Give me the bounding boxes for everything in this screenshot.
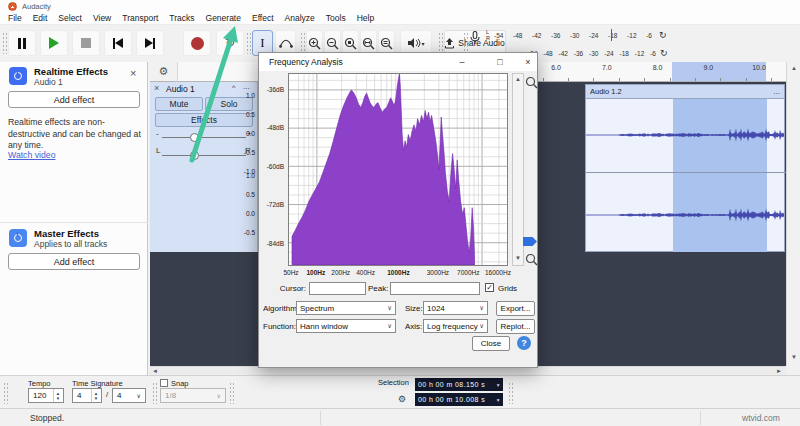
timesig-lower-dropdown[interactable]: 4 ∨ <box>112 388 146 403</box>
time-display-grip[interactable] <box>229 382 234 404</box>
db-axis-label: -84dB <box>259 224 286 263</box>
menu-item[interactable]: Transport <box>122 13 158 23</box>
selection-end-field[interactable]: 00 h 00 m 10.008 s ▾ <box>415 393 503 406</box>
pause-button[interactable] <box>8 30 36 56</box>
stop-icon <box>81 38 91 48</box>
skip-to-start-button[interactable] <box>104 30 132 56</box>
scroll-up-icon[interactable]: ▲ <box>791 65 797 71</box>
chevron-down-icon: ∨ <box>387 304 392 312</box>
track-effects-button[interactable]: Effects <box>155 113 253 127</box>
toolbar-grip[interactable] <box>2 32 7 54</box>
vertical-scrollbar[interactable]: ▲ ▼ <box>786 62 800 366</box>
plot-zoom-in-button[interactable] <box>525 75 538 88</box>
scroll-left-icon[interactable]: ◄ <box>152 368 158 374</box>
plot-zoom-out-button[interactable] <box>525 252 538 265</box>
timeline-tick <box>619 78 620 81</box>
tempo-spinner[interactable]: ▲▼ <box>53 389 62 402</box>
menu-item[interactable]: Tools <box>326 13 346 23</box>
audacity-window: Audacity FileEditSelectViewTransportTrac… <box>0 0 800 426</box>
timesig-divider: / <box>106 390 108 399</box>
spin-down-icon[interactable]: ▼ <box>94 396 98 401</box>
selection-end-value: 00 h 00 m 10.008 s <box>418 396 485 403</box>
timeline-options-button[interactable]: ⚙ <box>150 62 178 82</box>
playback-meter-refresh-icon[interactable]: ↻ <box>660 48 668 58</box>
export-button[interactable]: Export... <box>496 301 535 316</box>
pan-slider-knob[interactable] <box>190 151 199 160</box>
time-toolbar-grip[interactable] <box>3 382 8 404</box>
record-button[interactable] <box>183 30 211 56</box>
help-button[interactable]: ? <box>517 336 531 350</box>
size-dropdown[interactable]: 1024 ∨ <box>423 301 488 315</box>
menu-item[interactable]: Tracks <box>169 13 194 23</box>
share-grip[interactable] <box>438 32 443 54</box>
snap-dropdown[interactable]: 1/8 ∨ <box>160 388 226 403</box>
record-meter-scale[interactable]: -54-48-42-36-30-24-18-12-6 <box>494 29 652 41</box>
clip-body[interactable] <box>585 99 785 252</box>
gain-slider-knob[interactable] <box>190 133 199 142</box>
close-panel-icon[interactable]: × <box>130 67 136 79</box>
stop-button[interactable] <box>72 30 100 56</box>
scroll-up-icon[interactable]: ▲ <box>515 76 521 82</box>
playback-meter-scale[interactable]: -54-48-42-36-30-24-18-12-6 <box>528 47 656 59</box>
axis-dropdown[interactable]: Log frequency ∨ <box>423 319 488 333</box>
menu-item[interactable]: View <box>93 13 111 23</box>
close-icon[interactable]: × <box>517 53 539 71</box>
close-track-icon[interactable]: × <box>154 83 159 93</box>
solo-button[interactable]: Solo <box>205 97 253 111</box>
track-menu-icon[interactable]: ... <box>243 82 250 91</box>
clip-header[interactable]: Audio 1.2 ... <box>585 84 785 99</box>
cursor-value-field[interactable] <box>309 282 366 295</box>
grids-checkbox[interactable]: ✓ <box>485 283 494 292</box>
skip-to-end-button[interactable] <box>136 30 164 56</box>
tempo-field[interactable]: 120 ▲▼ <box>28 388 64 403</box>
pan-slider[interactable] <box>162 155 246 156</box>
scroll-down-icon[interactable]: ▼ <box>791 354 797 360</box>
minimize-icon[interactable]: – <box>451 53 473 71</box>
tools-grip[interactable] <box>246 32 251 54</box>
selection-start-field[interactable]: 00 h 00 m 08.150 s ▾ <box>415 378 503 391</box>
maximize-icon[interactable]: □ <box>489 53 511 71</box>
audio-clip[interactable]: Audio 1.2 ... <box>585 84 785 252</box>
meter-grip[interactable] <box>463 32 468 54</box>
plot-scrollbar[interactable]: ▲ ▼ <box>512 73 524 266</box>
timesig-lower-value: 4 <box>117 391 121 400</box>
play-speed-grip[interactable] <box>508 382 513 404</box>
gain-slider[interactable] <box>162 137 246 138</box>
collapse-track-icon[interactable]: ^ <box>232 84 235 91</box>
snap-checkbox[interactable] <box>160 379 168 387</box>
clip-menu-icon[interactable]: ... <box>773 87 780 96</box>
menu-item[interactable]: Generate <box>206 13 241 23</box>
menu-item[interactable]: Effect <box>252 13 274 23</box>
close-button[interactable]: Close <box>472 336 510 351</box>
selection-settings-gear-icon[interactable]: ⚙ <box>398 394 406 404</box>
master-add-effect-button[interactable]: Add effect <box>8 253 140 270</box>
menu-item[interactable]: Help <box>357 13 374 23</box>
peak-value-field[interactable] <box>390 282 480 295</box>
master-effects-power-button[interactable] <box>9 229 27 247</box>
spectrum-plot[interactable] <box>288 73 508 266</box>
play-button[interactable] <box>40 30 68 56</box>
loop-button[interactable]: ↻ <box>216 30 244 56</box>
menu-item[interactable]: File <box>8 13 22 23</box>
replot-button[interactable]: Replot... <box>496 319 535 334</box>
spin-down-icon[interactable]: ▼ <box>56 396 60 401</box>
mute-button[interactable]: Mute <box>155 97 203 111</box>
menu-item[interactable]: Edit <box>33 13 48 23</box>
snap-grip[interactable] <box>152 382 157 404</box>
timesig-upper-field[interactable]: 4 ▲▼ <box>72 388 102 403</box>
function-dropdown[interactable]: Hann window ∨ <box>296 319 396 333</box>
track-name[interactable]: Audio 1 <box>166 84 195 94</box>
scroll-right-icon[interactable]: ► <box>776 368 782 374</box>
algorithm-dropdown[interactable]: Spectrum ∨ <box>296 301 396 315</box>
menu-item[interactable]: Analyze <box>285 13 315 23</box>
menu-item[interactable]: Select <box>58 13 82 23</box>
scroll-down-icon[interactable]: ▼ <box>515 255 521 261</box>
chevron-down-icon: ∨ <box>217 392 221 399</box>
watch-video-link[interactable]: Watch video <box>8 150 55 160</box>
timesig-spinner[interactable]: ▲▼ <box>91 389 100 402</box>
zoom-tools-grip[interactable] <box>300 32 305 54</box>
add-effect-button[interactable]: Add effect <box>8 91 140 108</box>
meter-refresh-icon[interactable]: ↻ <box>659 30 667 40</box>
meter-db-label: -30 <box>589 50 598 57</box>
realtime-effects-power-button[interactable] <box>9 67 27 85</box>
